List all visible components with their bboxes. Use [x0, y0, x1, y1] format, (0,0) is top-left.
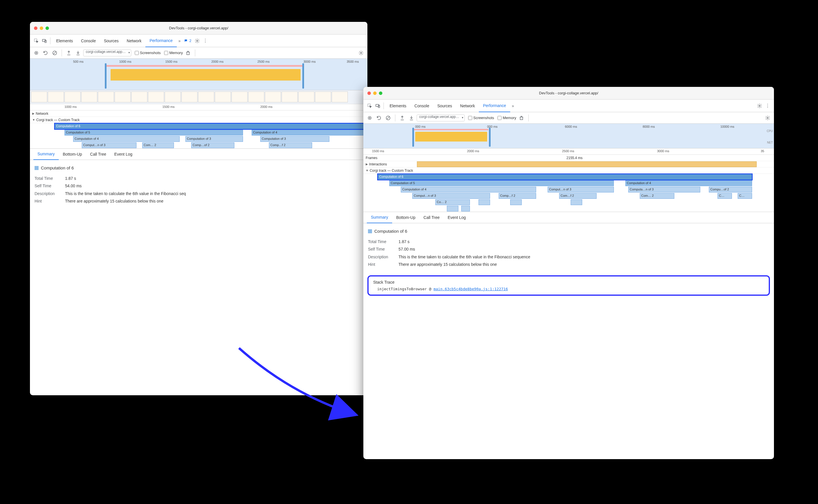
flame-entry[interactable]: Co… 2 — [435, 199, 470, 205]
more-tabs-icon[interactable]: » — [177, 39, 182, 43]
screenshots-checkbox[interactable]: Screenshots — [135, 51, 161, 55]
tab-sources[interactable]: Sources — [433, 100, 456, 112]
timeline-overview[interactable]: 500 ms 1000 ms 1500 ms 2000 ms 2500 ms 3… — [30, 59, 367, 90]
screenshots-checkbox[interactable]: Screenshots — [468, 116, 494, 120]
screenshot-thumb[interactable] — [298, 91, 314, 102]
screenshot-thumb[interactable] — [315, 91, 331, 102]
overview-handle-right[interactable] — [302, 63, 304, 89]
tab-network[interactable]: Network — [456, 100, 479, 112]
flame-entry[interactable]: Compu…of 2 — [709, 187, 752, 192]
flame-entry[interactable] — [478, 199, 490, 205]
screenshot-thumb[interactable] — [215, 91, 231, 102]
interactions-section[interactable]: ▶Interactions — [363, 161, 774, 167]
gear-icon[interactable] — [764, 114, 772, 122]
screenshot-thumb[interactable] — [115, 91, 131, 102]
subtab-calltree[interactable]: Call Tree — [86, 148, 110, 160]
upload-icon[interactable] — [65, 49, 73, 57]
subtab-summary[interactable]: Summary — [33, 148, 59, 160]
flame-entry[interactable]: Com…f 2 — [559, 193, 596, 199]
flame-entry[interactable]: Comp…f 2 — [269, 142, 312, 148]
minimize-icon[interactable] — [40, 26, 43, 30]
screenshot-thumb[interactable] — [148, 91, 164, 102]
maximize-icon[interactable] — [379, 91, 382, 95]
subtab-eventlog[interactable]: Event Log — [110, 148, 136, 160]
screenshot-thumb[interactable] — [198, 91, 214, 102]
flame-entry[interactable] — [571, 199, 582, 205]
flame-entry[interactable]: Comp…of 2 — [191, 142, 235, 148]
flame-entry[interactable]: C… — [718, 193, 732, 199]
close-icon[interactable] — [34, 26, 37, 30]
gc-icon[interactable] — [517, 114, 525, 122]
download-icon[interactable] — [74, 49, 82, 57]
kebab-icon[interactable]: ⋮ — [201, 37, 209, 45]
tab-elements[interactable]: Elements — [386, 100, 410, 112]
gear-icon[interactable] — [193, 37, 201, 45]
flame-entry[interactable]: Com… 2 — [142, 142, 174, 148]
screenshot-strip[interactable] — [30, 90, 367, 104]
memory-checkbox[interactable]: Memory — [497, 116, 516, 120]
screenshot-thumb[interactable] — [165, 91, 181, 102]
screenshot-thumb[interactable] — [81, 91, 97, 102]
flame-chart[interactable]: Computation of 6 Computation of 5 Comput… — [363, 174, 774, 212]
frames-section[interactable]: Frames2155.4 ms — [363, 155, 774, 161]
inspect-icon[interactable] — [32, 37, 40, 45]
flame-entry[interactable]: Comput…n of 3 — [548, 187, 614, 192]
flame-entry[interactable]: Computation of 4 — [252, 130, 366, 135]
flame-entry[interactable]: Comp…f 2 — [499, 193, 536, 199]
subtab-eventlog[interactable]: Event Log — [444, 212, 470, 223]
gc-icon[interactable] — [184, 49, 192, 57]
flame-entry[interactable] — [447, 206, 458, 211]
close-icon[interactable] — [367, 91, 371, 95]
flame-ruler[interactable]: 1000 ms 1500 ms 2000 ms — [30, 104, 367, 110]
record-icon[interactable] — [366, 114, 374, 122]
flame-entry[interactable]: Computation of 5 — [64, 130, 243, 135]
flame-entry[interactable]: Computation of 4 — [401, 187, 536, 192]
subtab-bottomup[interactable]: Bottom-Up — [59, 148, 86, 160]
screenshot-thumb[interactable] — [64, 91, 81, 102]
screenshot-thumb[interactable] — [332, 91, 348, 102]
flame-ruler[interactable]: 1500 ms 2000 ms 2500 ms 3000 ms 35 — [363, 148, 774, 155]
issues-badge[interactable]: 2 — [182, 39, 193, 43]
reload-icon[interactable] — [41, 49, 49, 57]
custom-track-section[interactable]: ▼Corgi track — Custom Track — [363, 167, 774, 174]
subtab-calltree[interactable]: Call Tree — [420, 212, 444, 223]
flame-entry[interactable]: Computation of 5 — [389, 180, 614, 186]
network-section[interactable]: ▶Network — [30, 110, 367, 117]
overview-handle-left[interactable] — [105, 63, 106, 89]
screenshot-thumb[interactable] — [232, 91, 248, 102]
overview-handle-left[interactable] — [412, 128, 414, 147]
flame-entry[interactable]: Computation of 3 — [260, 136, 329, 142]
tab-sources[interactable]: Sources — [100, 35, 123, 47]
device-icon[interactable] — [40, 37, 48, 45]
gear-icon[interactable] — [357, 49, 365, 57]
custom-track-section[interactable]: ▼Corgi track — Custom Track — [30, 117, 367, 123]
stack-source-link[interactable]: main.63cb5c4bde8be90a.js:1:122716 — [434, 287, 508, 291]
upload-icon[interactable] — [398, 114, 406, 122]
tab-console[interactable]: Console — [410, 100, 433, 112]
flame-entry[interactable]: C… — [738, 193, 752, 199]
flame-entry[interactable]: Com… 2 — [640, 193, 674, 199]
minimize-icon[interactable] — [373, 91, 377, 95]
gear-icon[interactable] — [756, 102, 764, 110]
flame-entry[interactable] — [461, 206, 470, 211]
tab-performance[interactable]: Performance — [479, 100, 510, 112]
tab-console[interactable]: Console — [77, 35, 100, 47]
screenshot-thumb[interactable] — [48, 91, 64, 102]
recording-select[interactable]: corgi-collage.vercel.app… — [83, 49, 131, 56]
screenshot-thumb[interactable] — [181, 91, 197, 102]
flame-chart[interactable]: Computation of 6 Computation of 5 Comput… — [30, 123, 367, 148]
subtab-bottomup[interactable]: Bottom-Up — [392, 212, 420, 223]
record-icon[interactable] — [32, 49, 40, 57]
flame-entry[interactable]: Comput…n of 3 — [82, 142, 136, 148]
interaction-bar[interactable] — [417, 161, 757, 167]
flame-entry[interactable]: Computation of 4 — [73, 136, 180, 142]
screenshot-thumb[interactable] — [131, 91, 147, 102]
download-icon[interactable] — [407, 114, 415, 122]
screenshot-thumb[interactable] — [282, 91, 298, 102]
reload-icon[interactable] — [375, 114, 383, 122]
timeline-overview[interactable]: 000 ms 000 ms 6000 ms 8000 ms 10000 ms C… — [363, 124, 774, 148]
screenshot-thumb[interactable] — [248, 91, 264, 102]
flame-entry[interactable]: Comput…n of 3 — [412, 193, 490, 199]
memory-checkbox[interactable]: Memory — [164, 51, 183, 55]
clear-icon[interactable] — [51, 49, 59, 57]
